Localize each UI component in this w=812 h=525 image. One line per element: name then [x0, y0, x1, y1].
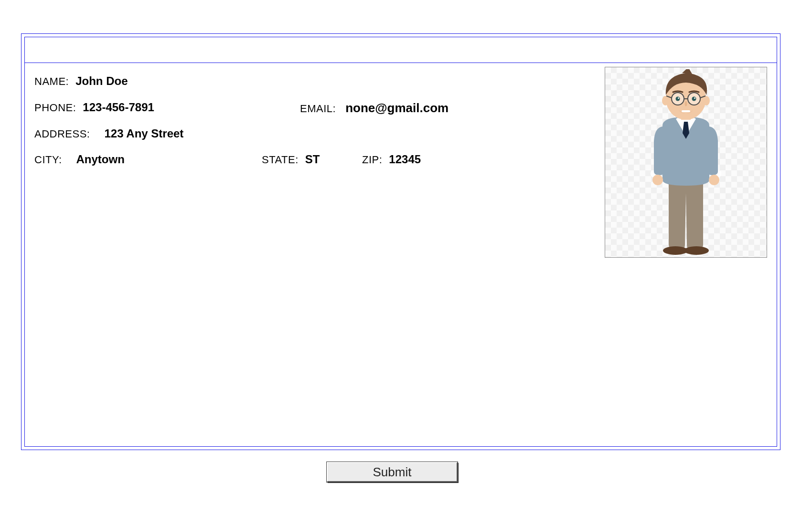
- zip-field: ZIP: 12345: [362, 153, 421, 166]
- email-value: none@gmail.com: [345, 101, 449, 116]
- header-divider: [25, 63, 777, 63]
- phone-field: PHONE: 123-456-7891: [34, 101, 154, 114]
- name-value: John Doe: [75, 74, 128, 88]
- svg-rect-19: [682, 110, 690, 112]
- state-value: ST: [305, 153, 320, 166]
- form-inner-frame: NAME: John Doe PHONE: 123-456-7891 EMAIL…: [24, 37, 777, 447]
- svg-point-15: [676, 97, 680, 101]
- city-value: Anytown: [76, 153, 125, 166]
- svg-point-16: [692, 97, 696, 101]
- state-label: STATE:: [262, 154, 299, 166]
- address-label: ADDRESS:: [34, 128, 90, 140]
- svg-point-5: [709, 175, 719, 185]
- phone-label: PHONE:: [34, 102, 76, 114]
- svg-point-9: [703, 96, 710, 105]
- city-label: CITY:: [34, 154, 62, 166]
- zip-label: ZIP:: [362, 154, 382, 166]
- svg-point-4: [652, 175, 663, 185]
- form-outer-frame: NAME: John Doe PHONE: 123-456-7891 EMAIL…: [21, 33, 780, 450]
- person-avatar-icon: [617, 69, 755, 257]
- submit-button[interactable]: Submit: [327, 462, 458, 482]
- zip-value: 12345: [389, 153, 421, 166]
- state-field: STATE: ST: [262, 153, 320, 166]
- profile-photo: [605, 67, 767, 258]
- phone-value: 123-456-7891: [83, 101, 154, 114]
- email-label: EMAIL:: [300, 103, 336, 115]
- svg-point-18: [694, 97, 695, 99]
- svg-point-17: [678, 97, 679, 99]
- address-field: ADDRESS: 123 Any Street: [34, 127, 183, 140]
- name-field: NAME: John Doe: [34, 74, 128, 88]
- name-label: NAME:: [34, 75, 69, 88]
- email-field: EMAIL: none@gmail.com: [300, 101, 449, 116]
- address-value: 123 Any Street: [104, 127, 183, 140]
- svg-point-1: [684, 246, 709, 255]
- city-field: CITY: Anytown: [34, 153, 125, 166]
- svg-point-8: [662, 96, 669, 105]
